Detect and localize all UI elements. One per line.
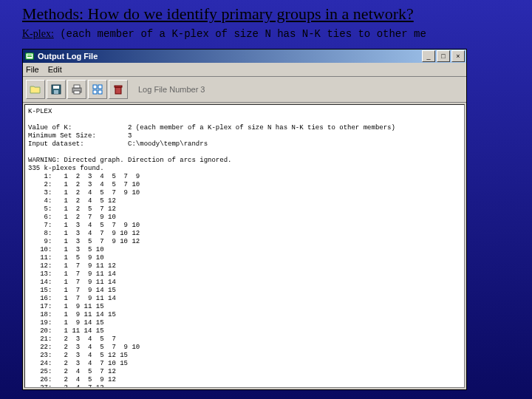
printer-icon: [71, 84, 83, 95]
tile-button[interactable]: [88, 80, 107, 99]
svg-rect-10: [98, 85, 102, 89]
windows-tile-icon: [92, 84, 103, 95]
svg-rect-1: [27, 55, 32, 55]
svg-rect-14: [115, 86, 122, 87]
window-title: Output Log File: [38, 52, 420, 61]
log-rows: 1: 1 2 3 4 5 7 9 2: 1 2 3 4 5 7 10 3: 1 …: [28, 173, 140, 388]
menu-file[interactable]: File: [26, 65, 39, 74]
minimize-button[interactable]: _: [422, 50, 435, 62]
open-folder-icon: [30, 84, 41, 95]
delete-button[interactable]: [109, 80, 128, 99]
slide-subtitle: K-plex: (each member of a K-plex of size…: [22, 28, 532, 40]
trash-icon: [113, 84, 123, 95]
kplex-definition: (each member of a K-plex of size N has N…: [54, 28, 426, 40]
output-log-window: Output Log File _ □ × File Edit: [22, 49, 467, 390]
menu-edit[interactable]: Edit: [48, 65, 62, 74]
slide-title: Methods: How do we identify primary grou…: [22, 4, 517, 24]
open-button[interactable]: [26, 80, 45, 99]
titlebar: Output Log File _ □ ×: [23, 50, 466, 63]
save-button[interactable]: [47, 80, 66, 99]
svg-rect-5: [54, 90, 58, 94]
svg-rect-9: [93, 85, 97, 89]
app-icon: [24, 51, 35, 61]
svg-rect-8: [74, 91, 80, 94]
log-content: K-PLEX Value of K: 2 (each member of a K…: [24, 104, 465, 388]
maximize-button[interactable]: □: [437, 50, 450, 62]
svg-rect-7: [74, 85, 80, 88]
toolbar: Log File Number 3: [23, 77, 466, 103]
svg-rect-12: [98, 90, 102, 94]
menubar: File Edit: [23, 63, 466, 77]
close-button[interactable]: ×: [451, 50, 465, 62]
svg-rect-11: [93, 90, 97, 94]
log-header: K-PLEX Value of K: 2 (each member of a K…: [28, 108, 395, 172]
print-button[interactable]: [67, 80, 86, 99]
floppy-icon: [51, 84, 61, 95]
svg-rect-4: [53, 86, 59, 89]
kplex-label: K-plex:: [22, 28, 54, 39]
svg-rect-13: [115, 87, 121, 94]
log-file-number: Log File Number 3: [138, 85, 205, 94]
svg-rect-2: [27, 56, 32, 57]
